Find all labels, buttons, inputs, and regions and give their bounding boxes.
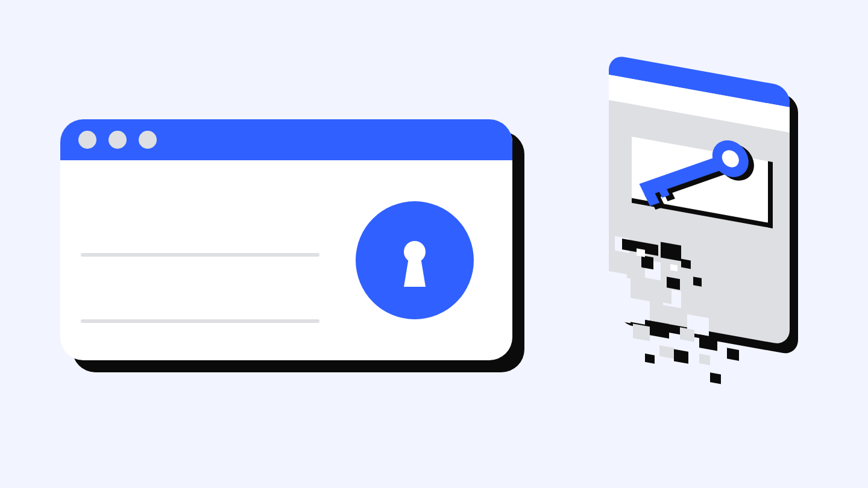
illustration-svg bbox=[0, 0, 868, 488]
svg-rect-36 bbox=[637, 248, 645, 257]
svg-rect-31 bbox=[686, 297, 698, 310]
svg-rect-32 bbox=[633, 324, 650, 341]
window-dot-3 bbox=[139, 131, 157, 149]
svg-rect-34 bbox=[659, 345, 674, 358]
svg-rect-22 bbox=[693, 277, 702, 287]
svg-rect-35 bbox=[699, 354, 710, 365]
svg-rect-27 bbox=[645, 354, 655, 364]
window-dot-2 bbox=[108, 131, 127, 149]
key-card-panel-edge-r bbox=[768, 161, 773, 228]
svg-rect-26 bbox=[674, 349, 688, 363]
svg-rect-20 bbox=[681, 259, 691, 269]
svg-rect-11 bbox=[606, 271, 631, 323]
lock-badge bbox=[356, 201, 474, 319]
window-dots bbox=[78, 131, 157, 149]
svg-rect-28 bbox=[710, 372, 721, 384]
key-card bbox=[606, 54, 798, 398]
window-dot-1 bbox=[78, 131, 96, 149]
svg-rect-25 bbox=[727, 348, 739, 361]
svg-rect-19 bbox=[641, 255, 653, 270]
login-window-titlebar bbox=[60, 119, 512, 160]
security-illustration bbox=[0, 0, 868, 488]
svg-rect-29 bbox=[627, 264, 643, 281]
login-window bbox=[60, 119, 524, 372]
field-line-2 bbox=[81, 319, 319, 323]
field-line-1 bbox=[81, 253, 319, 257]
